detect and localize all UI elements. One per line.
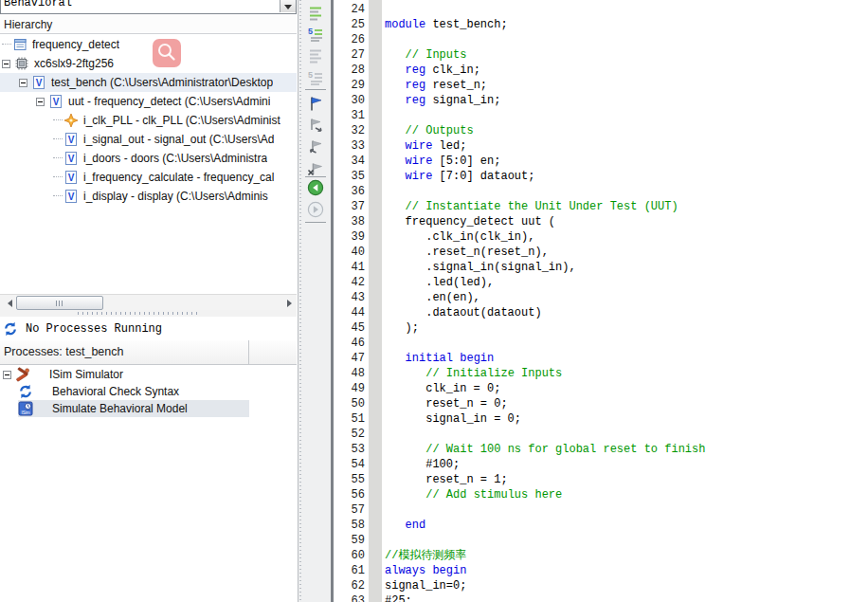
code-line-47[interactable]: 47 initial begin: [334, 351, 868, 366]
line-number: 33: [334, 138, 365, 154]
undo-format-disabled-icon[interactable]: 5: [306, 68, 325, 87]
code-line-24[interactable]: 24: [334, 2, 868, 17]
code-text: .reset_n(reset_n),: [385, 245, 549, 260]
code-line-42[interactable]: 42 .led(led),: [334, 275, 868, 290]
hierarchy-item-i_display[interactable]: Vi_display - display (C:\Users\Adminis: [0, 187, 297, 206]
code-line-33[interactable]: 33 wire led;: [334, 138, 868, 154]
code-line-49[interactable]: 49 clk_in = 0;: [334, 381, 868, 396]
back-icon[interactable]: [306, 178, 325, 197]
processes-panel-title: Processes: test_bench: [0, 340, 297, 365]
code-line-44[interactable]: 44 .dataout(dataout): [334, 305, 868, 320]
svg-text:5: 5: [308, 70, 313, 80]
code-line-50[interactable]: 50 reset_n = 0;: [334, 396, 868, 411]
svg-text:V: V: [53, 97, 60, 107]
code-line-32[interactable]: 32 // Outputs: [334, 123, 868, 138]
scrollbar-thumb[interactable]: [16, 296, 103, 310]
line-number: 31: [334, 108, 365, 123]
hierarchy-item-i_signal_out[interactable]: Vi_signal_out - signal_out (C:\Users\Ad: [0, 130, 297, 149]
code-line-55[interactable]: 55 reset_n = 1;: [334, 472, 868, 487]
code-line-63[interactable]: 63#25;: [334, 593, 868, 602]
line-number: 49: [334, 381, 365, 396]
code-line-28[interactable]: 28 reg clk_in;: [334, 63, 868, 78]
code-line-29[interactable]: 29 reg reset_n;: [334, 78, 868, 93]
code-line-30[interactable]: 30 reg signal_in;: [334, 93, 868, 108]
code-line-45[interactable]: 45 );: [334, 320, 868, 336]
hierarchy-item-label: i_doors - doors (C:\Users\Administra: [83, 152, 267, 165]
line-number: 55: [334, 472, 365, 487]
code-text: // Add stimulus here: [385, 487, 562, 502]
clear-bookmarks-icon[interactable]: [306, 159, 325, 178]
format-lines-icon[interactable]: [306, 4, 325, 23]
code-line-61[interactable]: 61always begin: [334, 563, 868, 578]
hierarchy-item-test_bench[interactable]: Vtest_bench (C:\Users\Administrator\Desk…: [0, 73, 297, 92]
panel-splitter[interactable]: [0, 310, 297, 317]
code-line-31[interactable]: 31: [334, 108, 868, 123]
code-line-52[interactable]: 52: [334, 427, 868, 442]
code-line-57[interactable]: 57: [334, 502, 868, 518]
code-line-53[interactable]: 53 // Wait 100 ns for global reset to fi…: [334, 442, 868, 457]
format-lines-disabled-icon[interactable]: [306, 46, 325, 65]
code-line-25[interactable]: 25module test_bench;: [334, 17, 868, 32]
code-editor[interactable]: 2425module test_bench;2627 // Inputs28 r…: [334, 0, 868, 602]
verilog-file-icon: V: [63, 189, 79, 204]
code-line-26[interactable]: 26: [334, 32, 868, 47]
code-line-56[interactable]: 56 // Add stimulus here: [334, 487, 868, 502]
line-number: 24: [334, 2, 365, 17]
forward-icon[interactable]: [306, 200, 325, 219]
code-line-34[interactable]: 34 wire [5:0] en;: [334, 154, 868, 169]
code-line-48[interactable]: 48 // Initialize Inputs: [334, 366, 868, 381]
process-item[interactable]: Behavioral Check Syntax: [0, 383, 297, 400]
code-line-62[interactable]: 62signal_in=0;: [334, 578, 868, 593]
scroll-left-arrow-icon[interactable]: [0, 295, 15, 311]
code-line-54[interactable]: 54 #100;: [334, 457, 868, 472]
undo-format-icon[interactable]: 5: [306, 25, 325, 44]
collapse-toggle-icon[interactable]: [19, 79, 27, 87]
hierarchy-item-frequency_detect[interactable]: frequency_detect: [0, 35, 297, 54]
collapse-toggle-icon[interactable]: [36, 98, 45, 106]
code-line-46[interactable]: 46: [334, 336, 868, 351]
svg-text:V: V: [68, 192, 75, 202]
hierarchy-item-i_clk_PLL[interactable]: i_clk_PLL - clk_PLL (C:\Users\Administ: [0, 111, 297, 130]
code-line-39[interactable]: 39 .clk_in(clk_in),: [334, 229, 868, 245]
code-line-51[interactable]: 51 signal_in = 0;: [334, 411, 868, 427]
line-number: 46: [334, 336, 365, 351]
hierarchy-horizontal-scrollbar[interactable]: [0, 294, 297, 311]
view-mode-dropdown[interactable]: Behavioral: [0, 0, 297, 14]
hierarchy-item-i_frequency_calculate[interactable]: Vi_frequency_calculate - frequency_cal: [0, 168, 297, 187]
scroll-right-arrow-icon[interactable]: [281, 295, 297, 311]
code-line-60[interactable]: 60//模拟待测频率: [334, 548, 868, 563]
code-line-40[interactable]: 40 .reset_n(reset_n),: [334, 245, 868, 260]
toggle-bookmark-icon[interactable]: [306, 94, 325, 113]
refresh-icon: [3, 321, 18, 337]
code-line-43[interactable]: 43 .en(en),: [334, 290, 868, 305]
code-line-36[interactable]: 36: [334, 184, 868, 199]
code-line-37[interactable]: 37 // Instantiate the Unit Under Test (U…: [334, 199, 868, 214]
search-click-indicator: [153, 39, 181, 67]
chevron-down-icon[interactable]: [280, 0, 296, 12]
hierarchy-item-i_doors[interactable]: Vi_doors - doors (C:\Users\Administra: [0, 149, 297, 168]
hierarchy-item-xc6slx9-2ftg256[interactable]: xc6slx9-2ftg256: [0, 54, 297, 73]
hierarchy-panel-title: Hierarchy: [0, 15, 297, 34]
line-number: 34: [334, 154, 365, 169]
code-text: wire led;: [385, 138, 466, 154]
process-item[interactable]: ISim Simulator: [0, 366, 297, 383]
code-line-27[interactable]: 27 // Inputs: [334, 47, 868, 63]
process-item[interactable]: ISimSimulate Behavioral Model: [0, 400, 297, 417]
prev-bookmark-icon[interactable]: [306, 137, 325, 156]
line-number: 50: [334, 396, 365, 411]
line-number: 37: [334, 199, 365, 214]
collapse-toggle-icon[interactable]: [3, 371, 11, 379]
collapse-toggle-icon[interactable]: [2, 60, 10, 68]
code-text: // Instantiate the Unit Under Test (UUT): [385, 199, 678, 214]
code-text: #100;: [385, 457, 460, 472]
line-number: 54: [334, 457, 365, 472]
code-line-35[interactable]: 35 wire [7:0] dataout;: [334, 169, 868, 184]
code-line-59[interactable]: 59: [334, 533, 868, 548]
hierarchy-item-uut[interactable]: Vuut - frequency_detect (C:\Users\Admini: [0, 92, 297, 111]
code-line-38[interactable]: 38 frequency_detect uut (: [334, 214, 868, 229]
line-number: 43: [334, 290, 365, 305]
code-line-41[interactable]: 41 .signal_in(signal_in),: [334, 260, 868, 275]
code-line-58[interactable]: 58 end: [334, 518, 868, 533]
line-number: 53: [334, 442, 365, 457]
next-bookmark-icon[interactable]: [306, 116, 325, 135]
